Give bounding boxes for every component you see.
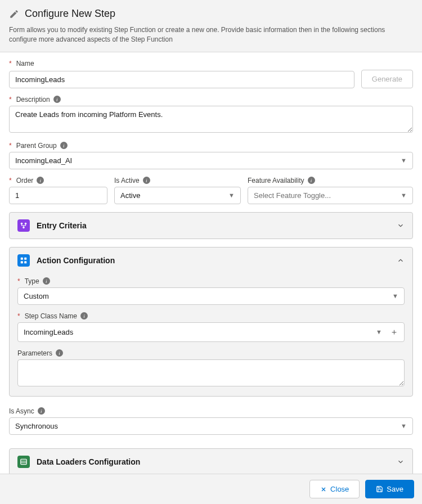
svg-point-2 (23, 227, 25, 229)
data-loaders-accordion: Data Loaders Configuration (9, 448, 413, 474)
dialog-subtitle: Form allows you to modify existing Step … (9, 25, 413, 45)
is-async-label: Is Async i (9, 407, 45, 415)
chevron-down-icon: ▼ (401, 157, 407, 164)
entry-criteria-header[interactable]: Entry Criteria (10, 213, 412, 238)
description-label: Description i (9, 96, 61, 104)
svg-rect-3 (21, 258, 23, 260)
dialog-title: Configure New Step (25, 8, 115, 20)
close-icon (320, 486, 327, 493)
info-icon: i (80, 312, 88, 320)
flow-icon (17, 219, 30, 232)
chevron-down-icon: ▼ (392, 292, 398, 299)
svg-point-0 (21, 223, 23, 225)
edit-icon (9, 9, 19, 19)
action-config-accordion: Action Configuration Type i Custom ▼ Ste… (9, 247, 413, 397)
parameters-input[interactable] (17, 359, 405, 386)
info-icon: i (308, 177, 315, 184)
chevron-up-icon (397, 256, 405, 264)
info-icon: i (60, 142, 68, 149)
form-body: Name Generate Description i Create Leads… (0, 52, 422, 474)
svg-rect-4 (24, 258, 26, 260)
svg-rect-6 (24, 261, 26, 263)
data-loaders-header[interactable]: Data Loaders Configuration (10, 449, 412, 474)
save-icon (376, 485, 383, 493)
info-icon: i (43, 277, 50, 285)
svg-rect-5 (21, 261, 23, 263)
table-icon (17, 456, 30, 468)
entry-criteria-accordion: Entry Criteria (9, 212, 413, 239)
dialog-footer: Close Save (0, 474, 422, 504)
chevron-down-icon: ▼ (401, 422, 407, 429)
order-input[interactable] (9, 187, 107, 204)
chevron-down-icon: ▼ (228, 192, 235, 199)
description-input[interactable]: Create Leads from incoming Platform Even… (9, 106, 413, 133)
name-label: Name (9, 60, 34, 68)
step-class-select[interactable]: IncomingLeads ▼ ＋ (17, 322, 405, 342)
generate-button[interactable]: Generate (361, 70, 413, 88)
apps-icon (17, 254, 30, 267)
info-icon: i (143, 177, 150, 184)
save-button[interactable]: Save (365, 480, 414, 498)
plus-icon[interactable]: ＋ (387, 327, 398, 338)
dialog-header: Configure New Step Form allows you to mo… (0, 0, 422, 52)
order-label: Order i (9, 177, 44, 184)
chevron-down-icon (397, 222, 405, 230)
parent-group-select[interactable]: IncomingLead_AI ▼ (9, 152, 413, 169)
name-input[interactable] (9, 71, 354, 88)
is-active-label: Is Active i (114, 177, 150, 184)
chevron-down-icon (397, 458, 405, 466)
chevron-down-icon: ▼ (401, 192, 407, 199)
info-icon: i (38, 407, 45, 415)
svg-point-1 (25, 223, 27, 225)
step-class-label: Step Class Name i (17, 312, 88, 320)
close-button[interactable]: Close (309, 480, 360, 498)
chevron-down-icon: ▼ (376, 328, 382, 335)
parameters-label: Parameters i (17, 349, 63, 357)
svg-rect-7 (21, 459, 27, 464)
feature-availability-label: Feature Availability i (248, 177, 315, 184)
type-select[interactable]: Custom ▼ (17, 287, 405, 305)
feature-availability-select[interactable]: Select Feature Toggle... ▼ (248, 187, 413, 204)
info-icon: i (53, 96, 61, 103)
action-config-header[interactable]: Action Configuration (10, 248, 412, 273)
is-active-select[interactable]: Active ▼ (114, 187, 241, 204)
info-icon: i (37, 177, 44, 184)
type-label: Type i (17, 277, 50, 285)
parent-group-label: Parent Group i (9, 142, 68, 150)
is-async-select[interactable]: Synchronous ▼ (9, 417, 413, 435)
info-icon: i (56, 349, 63, 357)
